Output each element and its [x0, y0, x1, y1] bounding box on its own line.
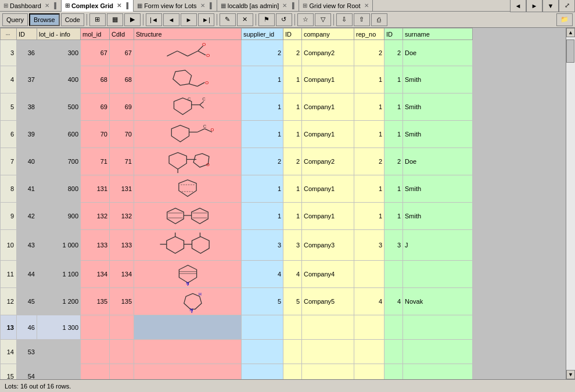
header-id1[interactable]: ID — [17, 28, 37, 40]
row-number[interactable]: 9 — [1, 203, 17, 230]
header-lot-info[interactable]: lot_id - info — [37, 28, 81, 40]
nav-prev-btn[interactable]: ◄ — [510, 0, 526, 12]
cell-6[interactable]: 1 — [242, 203, 283, 230]
tab-complex-grid[interactable]: ⊞ Complex Grid ✕ ▐ — [62, 0, 134, 12]
cell-6[interactable]: 1 — [242, 93, 283, 121]
cell-2[interactable] — [37, 364, 81, 380]
export-btn[interactable]: ⇧ — [354, 13, 370, 26]
cell-11[interactable] — [403, 261, 473, 288]
row-number[interactable]: 3 — [1, 40, 17, 66]
cell-1[interactable]: 54 — [17, 364, 37, 380]
cell-5[interactable] — [134, 175, 242, 203]
cell-9[interactable]: 1 — [354, 121, 384, 148]
header-cdid[interactable]: CdId — [110, 28, 134, 40]
cell-9[interactable]: 1 — [354, 66, 384, 93]
cell-1[interactable]: 46 — [17, 315, 37, 340]
cell-8[interactable]: Company1 — [302, 66, 354, 93]
cell-8[interactable] — [302, 315, 354, 340]
cell-8[interactable] — [302, 340, 354, 364]
cell-6[interactable]: 1 — [242, 66, 283, 93]
cell-4[interactable]: 70 — [110, 121, 134, 148]
cell-11[interactable] — [403, 364, 473, 380]
cell-3[interactable]: 67 — [81, 40, 110, 66]
cell-5[interactable] — [134, 203, 242, 230]
cell-9[interactable]: 2 — [354, 148, 384, 175]
cell-7[interactable]: 4 — [283, 261, 302, 288]
cell-6[interactable]: 2 — [242, 40, 283, 66]
cell-3[interactable]: 135 — [81, 288, 110, 315]
cell-3[interactable]: 69 — [81, 93, 110, 121]
nav-expand-btn[interactable]: ⤢ — [559, 0, 575, 12]
tab-localdb[interactable]: ▦ localdb [as admin] ✕ ▐ — [217, 0, 300, 12]
cell-3[interactable]: 132 — [81, 203, 110, 230]
cell-11[interactable]: Smith — [403, 175, 473, 203]
row-number[interactable]: 5 — [1, 93, 17, 121]
table-row[interactable]: 5385006969 C C 11Company111Smith — [1, 93, 473, 121]
table-row[interactable]: 942900132132 11Company111Smith — [1, 203, 473, 230]
cell-1[interactable]: 43 — [17, 230, 37, 261]
vertical-scrollbar[interactable]: ▲ ▼ — [566, 28, 575, 379]
cell-11[interactable]: Doe — [403, 40, 473, 66]
cell-10[interactable] — [384, 340, 403, 364]
cell-5[interactable]: N H — [134, 288, 242, 315]
row-number[interactable]: 11 — [1, 261, 17, 288]
next-row-btn[interactable]: ► — [181, 13, 197, 26]
row-number[interactable]: 12 — [1, 288, 17, 315]
cell-7[interactable]: 3 — [283, 230, 302, 261]
cell-2[interactable]: 300 — [37, 40, 81, 66]
cell-10[interactable]: 1 — [384, 121, 403, 148]
cell-5[interactable] — [134, 340, 242, 364]
cell-1[interactable]: 44 — [17, 261, 37, 288]
cell-3[interactable]: 134 — [81, 261, 110, 288]
table-row[interactable]: 4374006868 O 11Company111Smith — [1, 66, 473, 93]
cell-6[interactable]: 3 — [242, 230, 283, 261]
last-btn[interactable]: ►| — [198, 13, 214, 26]
cell-8[interactable]: Company4 — [302, 261, 354, 288]
cell-2[interactable]: 1 200 — [37, 288, 81, 315]
cell-4[interactable]: 135 — [110, 288, 134, 315]
header-mol-id[interactable]: mol_id — [81, 28, 110, 40]
scroll-track[interactable] — [566, 37, 575, 370]
table-row[interactable]: 841800131131 11Company111Smith — [1, 175, 473, 203]
tab-form-lots[interactable]: ▦ Form view for Lots ✕ ▐ — [134, 0, 217, 12]
cell-6[interactable]: 5 — [242, 288, 283, 315]
table-row[interactable]: 12451 200135135 N H 55Company544Novak — [1, 288, 473, 315]
cell-10[interactable] — [384, 261, 403, 288]
cell-3[interactable]: 131 — [81, 175, 110, 203]
cell-11[interactable]: Novak — [403, 288, 473, 315]
cell-4[interactable]: 71 — [110, 148, 134, 175]
cell-2[interactable]: 600 — [37, 121, 81, 148]
cell-7[interactable]: 1 — [283, 175, 302, 203]
tab-complex-grid-close[interactable]: ✕ — [117, 2, 121, 9]
cell-10[interactable]: 2 — [384, 148, 403, 175]
cell-2[interactable]: 400 — [37, 66, 81, 93]
header-rep-no[interactable]: rep_no — [354, 28, 384, 40]
cell-2[interactable] — [37, 340, 81, 364]
browse-btn[interactable]: Browse — [29, 13, 60, 26]
cell-1[interactable]: 36 — [17, 40, 37, 66]
cell-1[interactable]: 53 — [17, 340, 37, 364]
print-btn[interactable]: ⎙ — [371, 13, 387, 26]
cell-4[interactable]: 132 — [110, 203, 134, 230]
cell-6[interactable]: 4 — [242, 261, 283, 288]
cell-2[interactable]: 900 — [37, 203, 81, 230]
cell-8[interactable]: Company2 — [302, 148, 354, 175]
cell-3[interactable]: 68 — [81, 66, 110, 93]
cell-7[interactable] — [283, 315, 302, 340]
cell-8[interactable]: Company1 — [302, 175, 354, 203]
cell-10[interactable] — [384, 364, 403, 380]
row-number[interactable]: 10 — [1, 230, 17, 261]
cell-7[interactable]: 5 — [283, 288, 302, 315]
header-id2[interactable]: ID — [283, 28, 302, 40]
cell-9[interactable] — [354, 364, 384, 380]
filter-btn[interactable]: ▽ — [315, 13, 331, 26]
cell-4[interactable]: 69 — [110, 93, 134, 121]
grid-view-btn[interactable]: ⊞ — [89, 13, 106, 26]
table-row[interactable]: 11441 100134134 N 44Company4 — [1, 261, 473, 288]
cell-4[interactable]: 67 — [110, 40, 134, 66]
cell-3[interactable]: 133 — [81, 230, 110, 261]
tab-localdb-close[interactable]: ✕ — [282, 2, 287, 9]
cell-7[interactable]: 1 — [283, 66, 302, 93]
cell-5[interactable] — [134, 315, 242, 340]
header-structure[interactable]: Structure — [134, 28, 242, 40]
